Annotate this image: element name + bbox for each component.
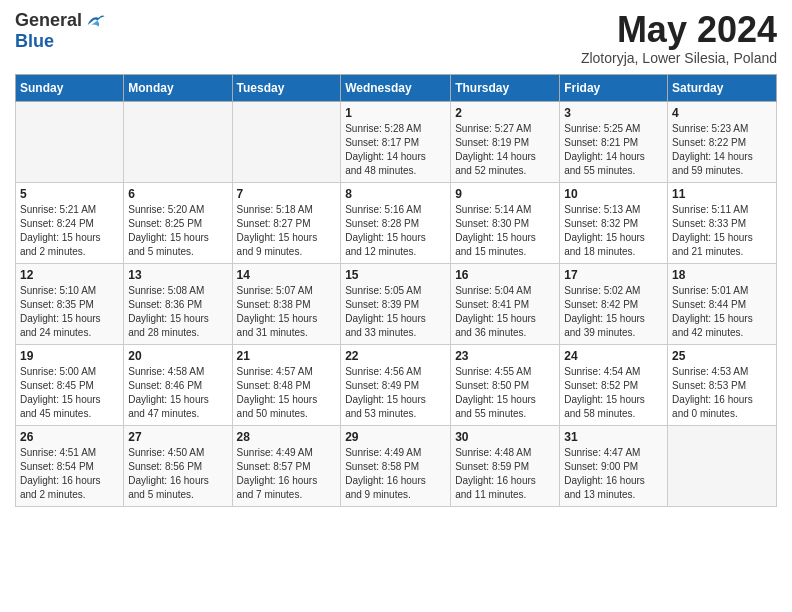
day-number: 27 (128, 430, 227, 444)
weekday-header-friday: Friday (560, 74, 668, 101)
day-number: 4 (672, 106, 772, 120)
day-number: 12 (20, 268, 119, 282)
day-info: Sunrise: 4:49 AM Sunset: 8:58 PM Dayligh… (345, 446, 446, 502)
page-header: General Blue May 2024 Zlotoryja, Lower S… (15, 10, 777, 66)
day-number: 16 (455, 268, 555, 282)
day-info: Sunrise: 4:56 AM Sunset: 8:49 PM Dayligh… (345, 365, 446, 421)
day-info: Sunrise: 4:57 AM Sunset: 8:48 PM Dayligh… (237, 365, 337, 421)
calendar-cell: 27Sunrise: 4:50 AM Sunset: 8:56 PM Dayli… (124, 425, 232, 506)
day-number: 10 (564, 187, 663, 201)
calendar-cell: 12Sunrise: 5:10 AM Sunset: 8:35 PM Dayli… (16, 263, 124, 344)
day-number: 5 (20, 187, 119, 201)
weekday-header-sunday: Sunday (16, 74, 124, 101)
calendar-cell: 22Sunrise: 4:56 AM Sunset: 8:49 PM Dayli… (341, 344, 451, 425)
day-info: Sunrise: 5:23 AM Sunset: 8:22 PM Dayligh… (672, 122, 772, 178)
calendar-cell: 6Sunrise: 5:20 AM Sunset: 8:25 PM Daylig… (124, 182, 232, 263)
day-info: Sunrise: 4:58 AM Sunset: 8:46 PM Dayligh… (128, 365, 227, 421)
calendar-cell: 17Sunrise: 5:02 AM Sunset: 8:42 PM Dayli… (560, 263, 668, 344)
calendar-table: SundayMondayTuesdayWednesdayThursdayFrid… (15, 74, 777, 507)
calendar-cell: 24Sunrise: 4:54 AM Sunset: 8:52 PM Dayli… (560, 344, 668, 425)
day-info: Sunrise: 4:50 AM Sunset: 8:56 PM Dayligh… (128, 446, 227, 502)
month-year-title: May 2024 (581, 10, 777, 50)
day-number: 7 (237, 187, 337, 201)
logo: General Blue (15, 10, 106, 52)
day-info: Sunrise: 5:28 AM Sunset: 8:17 PM Dayligh… (345, 122, 446, 178)
calendar-week-row: 1Sunrise: 5:28 AM Sunset: 8:17 PM Daylig… (16, 101, 777, 182)
day-info: Sunrise: 5:21 AM Sunset: 8:24 PM Dayligh… (20, 203, 119, 259)
calendar-cell: 28Sunrise: 4:49 AM Sunset: 8:57 PM Dayli… (232, 425, 341, 506)
calendar-week-row: 12Sunrise: 5:10 AM Sunset: 8:35 PM Dayli… (16, 263, 777, 344)
day-info: Sunrise: 4:55 AM Sunset: 8:50 PM Dayligh… (455, 365, 555, 421)
day-number: 31 (564, 430, 663, 444)
calendar-week-row: 19Sunrise: 5:00 AM Sunset: 8:45 PM Dayli… (16, 344, 777, 425)
calendar-cell: 11Sunrise: 5:11 AM Sunset: 8:33 PM Dayli… (668, 182, 777, 263)
day-number: 30 (455, 430, 555, 444)
calendar-cell: 3Sunrise: 5:25 AM Sunset: 8:21 PM Daylig… (560, 101, 668, 182)
day-number: 3 (564, 106, 663, 120)
day-number: 26 (20, 430, 119, 444)
day-number: 8 (345, 187, 446, 201)
day-info: Sunrise: 5:18 AM Sunset: 8:27 PM Dayligh… (237, 203, 337, 259)
day-info: Sunrise: 4:54 AM Sunset: 8:52 PM Dayligh… (564, 365, 663, 421)
day-info: Sunrise: 4:48 AM Sunset: 8:59 PM Dayligh… (455, 446, 555, 502)
day-number: 20 (128, 349, 227, 363)
day-info: Sunrise: 5:20 AM Sunset: 8:25 PM Dayligh… (128, 203, 227, 259)
calendar-cell: 15Sunrise: 5:05 AM Sunset: 8:39 PM Dayli… (341, 263, 451, 344)
weekday-header-row: SundayMondayTuesdayWednesdayThursdayFrid… (16, 74, 777, 101)
calendar-cell (232, 101, 341, 182)
calendar-cell: 31Sunrise: 4:47 AM Sunset: 9:00 PM Dayli… (560, 425, 668, 506)
calendar-cell (124, 101, 232, 182)
calendar-cell: 4Sunrise: 5:23 AM Sunset: 8:22 PM Daylig… (668, 101, 777, 182)
weekday-header-tuesday: Tuesday (232, 74, 341, 101)
day-info: Sunrise: 5:05 AM Sunset: 8:39 PM Dayligh… (345, 284, 446, 340)
weekday-header-saturday: Saturday (668, 74, 777, 101)
calendar-cell: 1Sunrise: 5:28 AM Sunset: 8:17 PM Daylig… (341, 101, 451, 182)
day-info: Sunrise: 5:01 AM Sunset: 8:44 PM Dayligh… (672, 284, 772, 340)
calendar-cell: 18Sunrise: 5:01 AM Sunset: 8:44 PM Dayli… (668, 263, 777, 344)
day-info: Sunrise: 5:08 AM Sunset: 8:36 PM Dayligh… (128, 284, 227, 340)
calendar-cell: 29Sunrise: 4:49 AM Sunset: 8:58 PM Dayli… (341, 425, 451, 506)
calendar-cell: 13Sunrise: 5:08 AM Sunset: 8:36 PM Dayli… (124, 263, 232, 344)
weekday-header-wednesday: Wednesday (341, 74, 451, 101)
day-number: 6 (128, 187, 227, 201)
day-number: 15 (345, 268, 446, 282)
calendar-cell (668, 425, 777, 506)
calendar-cell: 14Sunrise: 5:07 AM Sunset: 8:38 PM Dayli… (232, 263, 341, 344)
day-number: 18 (672, 268, 772, 282)
calendar-cell: 7Sunrise: 5:18 AM Sunset: 8:27 PM Daylig… (232, 182, 341, 263)
calendar-cell: 21Sunrise: 4:57 AM Sunset: 8:48 PM Dayli… (232, 344, 341, 425)
day-number: 2 (455, 106, 555, 120)
calendar-week-row: 5Sunrise: 5:21 AM Sunset: 8:24 PM Daylig… (16, 182, 777, 263)
day-number: 21 (237, 349, 337, 363)
day-number: 17 (564, 268, 663, 282)
day-info: Sunrise: 5:11 AM Sunset: 8:33 PM Dayligh… (672, 203, 772, 259)
calendar-cell: 19Sunrise: 5:00 AM Sunset: 8:45 PM Dayli… (16, 344, 124, 425)
day-number: 24 (564, 349, 663, 363)
calendar-cell: 10Sunrise: 5:13 AM Sunset: 8:32 PM Dayli… (560, 182, 668, 263)
day-number: 14 (237, 268, 337, 282)
day-info: Sunrise: 5:10 AM Sunset: 8:35 PM Dayligh… (20, 284, 119, 340)
day-info: Sunrise: 5:00 AM Sunset: 8:45 PM Dayligh… (20, 365, 119, 421)
day-number: 29 (345, 430, 446, 444)
weekday-header-monday: Monday (124, 74, 232, 101)
logo-general-text: General (15, 11, 82, 31)
day-info: Sunrise: 4:49 AM Sunset: 8:57 PM Dayligh… (237, 446, 337, 502)
calendar-cell: 2Sunrise: 5:27 AM Sunset: 8:19 PM Daylig… (451, 101, 560, 182)
location-subtitle: Zlotoryja, Lower Silesia, Poland (581, 50, 777, 66)
day-number: 28 (237, 430, 337, 444)
day-number: 25 (672, 349, 772, 363)
day-number: 1 (345, 106, 446, 120)
calendar-cell: 20Sunrise: 4:58 AM Sunset: 8:46 PM Dayli… (124, 344, 232, 425)
calendar-cell: 9Sunrise: 5:14 AM Sunset: 8:30 PM Daylig… (451, 182, 560, 263)
weekday-header-thursday: Thursday (451, 74, 560, 101)
calendar-week-row: 26Sunrise: 4:51 AM Sunset: 8:54 PM Dayli… (16, 425, 777, 506)
day-info: Sunrise: 5:14 AM Sunset: 8:30 PM Dayligh… (455, 203, 555, 259)
day-info: Sunrise: 5:25 AM Sunset: 8:21 PM Dayligh… (564, 122, 663, 178)
calendar-cell: 5Sunrise: 5:21 AM Sunset: 8:24 PM Daylig… (16, 182, 124, 263)
day-info: Sunrise: 4:53 AM Sunset: 8:53 PM Dayligh… (672, 365, 772, 421)
day-number: 11 (672, 187, 772, 201)
day-number: 22 (345, 349, 446, 363)
day-info: Sunrise: 5:13 AM Sunset: 8:32 PM Dayligh… (564, 203, 663, 259)
day-info: Sunrise: 5:07 AM Sunset: 8:38 PM Dayligh… (237, 284, 337, 340)
day-info: Sunrise: 4:47 AM Sunset: 9:00 PM Dayligh… (564, 446, 663, 502)
